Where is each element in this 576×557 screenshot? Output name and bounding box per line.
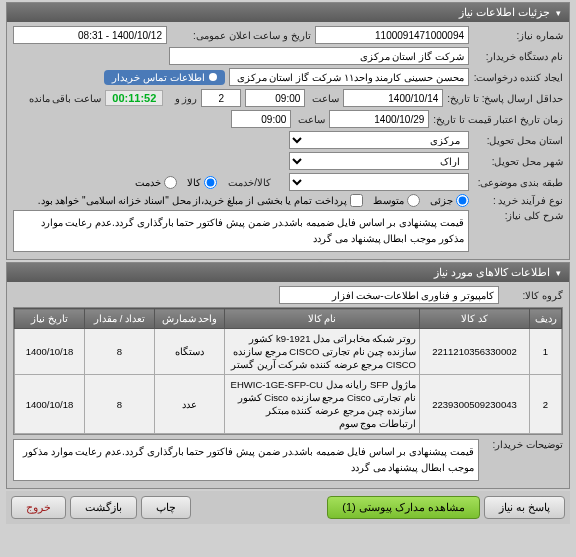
cell-unit: دستگاه xyxy=(155,329,225,375)
button-bar: پاسخ به نیاز مشاهده مدارک پیوستی (1) چاپ… xyxy=(6,491,570,524)
cell-date: 1400/10/18 xyxy=(15,329,85,375)
cell-code: 2211210356330002 xyxy=(420,329,530,375)
label-hour2: ساعت xyxy=(295,114,325,125)
panel1-title: جزئیات اطلاعات نیاز xyxy=(459,6,550,19)
back-button[interactable]: بازگشت xyxy=(70,496,137,519)
table-row[interactable]: 12211210356330002روتر شبکه مخابراتی مدل … xyxy=(15,329,562,375)
cell-code: 2239300509230043 xyxy=(420,375,530,434)
label-buyer-desc: توضیحات خریدار: xyxy=(483,439,563,450)
label-city: شهر محل تحویل: xyxy=(473,156,563,167)
field-creator: محسن حسینی کارمند واحد۱۱ شرکت گاز استان … xyxy=(229,68,469,86)
view-docs-button[interactable]: مشاهده مدارک پیوستی (1) xyxy=(327,496,480,519)
label-buyer: نام دستگاه خریدار: xyxy=(473,51,563,62)
select-group[interactable] xyxy=(289,173,469,191)
panel-goods-info: ▾ اطلاعات کالاهای مورد نیاز گروه کالا: ک… xyxy=(6,262,570,489)
chevron-down-icon: ▾ xyxy=(556,8,561,18)
checkbox-treasury[interactable]: پرداخت تمام یا بخشی از مبلغ خرید،از محل … xyxy=(38,194,363,207)
cell-name: ماژول SFP رایانه مدل EHWIC-1GE-SFP-CU نا… xyxy=(225,375,420,434)
reply-button[interactable]: پاسخ به نیاز xyxy=(484,496,565,519)
radio-goods[interactable]: کالا xyxy=(187,176,217,189)
panel1-header[interactable]: ▾ جزئیات اطلاعات نیاز xyxy=(7,3,569,22)
label-remain: ساعت باقی مانده xyxy=(29,93,102,104)
th-date: تاریخ نیاز xyxy=(15,309,85,329)
label-need-no: شماره نیاز: xyxy=(473,30,563,41)
cell-date: 1400/10/18 xyxy=(15,375,85,434)
panel-need-details: ▾ جزئیات اطلاعات نیاز شماره نیاز: 110009… xyxy=(6,2,570,260)
cell-idx: 2 xyxy=(530,375,562,434)
info-icon xyxy=(209,73,217,81)
panel2-header[interactable]: ▾ اطلاعات کالاهای مورد نیاز xyxy=(7,263,569,282)
field-validity-time: 09:00 xyxy=(231,110,291,128)
cell-idx: 1 xyxy=(530,329,562,375)
chevron-down-icon: ▾ xyxy=(556,268,561,278)
label-deadline: حداقل ارسال پاسخ: تا تاریخ: xyxy=(447,93,563,104)
field-announce: 1400/10/12 - 08:31 xyxy=(13,26,167,44)
label-service: کالا/خدمت xyxy=(221,177,271,188)
cell-name: روتر شبکه مخابراتی مدل k9-1921 کشور سازن… xyxy=(225,329,420,375)
label-overview: شرح کلی نیاز: xyxy=(473,210,563,221)
panel2-title: اطلاعات کالاهای مورد نیاز xyxy=(434,266,550,279)
radio-group-type: کالا خدمت xyxy=(135,176,217,189)
field-deadline-days: 2 xyxy=(201,89,241,107)
label-announce: تاریخ و ساعت اعلان عمومی: xyxy=(171,30,311,41)
label-province: استان محل تحویل: xyxy=(473,135,563,146)
timer-remaining: 00:11:52 xyxy=(105,90,163,106)
contact-label: اطلاعات تماس خریدار xyxy=(112,72,205,83)
th-unit: واحد شمارش xyxy=(155,309,225,329)
th-name: نام کالا xyxy=(225,309,420,329)
print-button[interactable]: چاپ xyxy=(141,496,191,519)
table-row[interactable]: 22239300509230043ماژول SFP رایانه مدل EH… xyxy=(15,375,562,434)
field-deadline-time: 09:00 xyxy=(245,89,305,107)
field-deadline-date: 1400/10/14 xyxy=(343,89,443,107)
panel2-body: گروه کالا: کامپیوتر و فناوری اطلاعات-سخت… xyxy=(7,282,569,488)
radio-low[interactable]: جزئی xyxy=(430,194,469,207)
th-code: کد کالا xyxy=(420,309,530,329)
exit-button[interactable]: خروج xyxy=(11,496,66,519)
field-overview: قیمت پیشنهادی بر اساس فایل ضمیمه باشد.در… xyxy=(13,210,469,252)
cell-unit: عدد xyxy=(155,375,225,434)
label-day: روز و xyxy=(167,93,197,104)
field-buyer: شرکت گاز استان مرکزی xyxy=(169,47,469,65)
label-group: طبقه بندی موضوعی: xyxy=(473,177,563,188)
goods-table: ردیف کد کالا نام کالا واحد شمارش تعداد /… xyxy=(13,307,563,435)
table-header-row: ردیف کد کالا نام کالا واحد شمارش تعداد /… xyxy=(15,309,562,329)
cell-qty: 8 xyxy=(85,329,155,375)
th-qty: تعداد / مقدار xyxy=(85,309,155,329)
field-goods-group: کامپیوتر و فناوری اطلاعات-سخت افزار xyxy=(279,286,499,304)
label-goods-group: گروه کالا: xyxy=(503,290,563,301)
select-city[interactable]: اراک xyxy=(289,152,469,170)
label-validity: زمان تاریخ اعتبار قیمت تا تاریخ: xyxy=(433,114,563,125)
field-buyer-desc: قیمت پیشنهادی بر اساس فایل ضمیمه باشد.در… xyxy=(13,439,479,481)
panel1-body: شماره نیاز: 1100091471000094 تاریخ و ساع… xyxy=(7,22,569,259)
field-need-no: 1100091471000094 xyxy=(315,26,469,44)
label-hour1: ساعت xyxy=(309,93,339,104)
purchase-note: پرداخت تمام یا بخشی از مبلغ خرید،از محل … xyxy=(38,195,347,206)
label-creator: ایجاد کننده درخواست: xyxy=(473,72,563,83)
radio-group-purchase: جزئی متوسط xyxy=(373,194,469,207)
field-validity-date: 1400/10/29 xyxy=(329,110,429,128)
th-idx: ردیف xyxy=(530,309,562,329)
select-province[interactable]: مرکزی xyxy=(289,131,469,149)
radio-service[interactable]: خدمت xyxy=(135,176,177,189)
label-purchase: نوع فرآیند خرید : xyxy=(473,195,563,206)
buyer-contact-link[interactable]: اطلاعات تماس خریدار xyxy=(104,70,225,85)
radio-mid[interactable]: متوسط xyxy=(373,194,420,207)
cell-qty: 8 xyxy=(85,375,155,434)
